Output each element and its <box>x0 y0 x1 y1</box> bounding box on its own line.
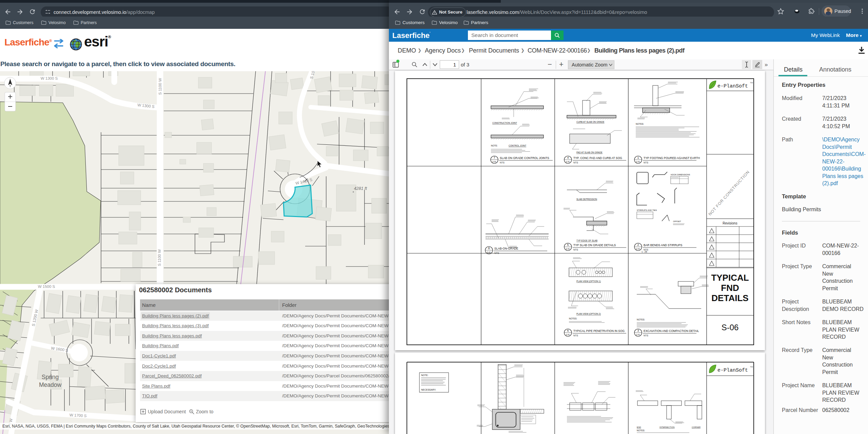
svg-text:S-06: S-06 <box>636 248 640 250</box>
svg-text:CONTROL JOINT: CONTROL JOINT <box>509 144 526 147</box>
svg-text:NTS: NTS <box>573 161 578 164</box>
svg-text:TYP SLAB ON GRADE DETAILS: TYP SLAB ON GRADE DETAILS <box>573 243 616 247</box>
svg-text:W 1500 S: W 1500 S <box>38 284 55 289</box>
svg-text:NTS: NTS <box>644 334 648 337</box>
svg-text:2: 2 <box>637 243 639 246</box>
svg-text:TYPICAL: TYPICAL <box>711 273 749 283</box>
svg-text:BAR BENDS AND STIRRUPS: BAR BENDS AND STIRRUPS <box>644 243 683 247</box>
svg-text:8: 8 <box>488 246 490 250</box>
svg-text:S-06: S-06 <box>566 248 570 250</box>
svg-text:1: 1 <box>637 156 639 159</box>
svg-text:NTS: NTS <box>644 161 648 164</box>
svg-text:EXCAVATION AND COMPACTION DETA: EXCAVATION AND COMPACTION DETAIL <box>644 329 699 333</box>
svg-text:TYP FOOTING POURED AGAINST EAR: TYP FOOTING POURED AGAINST EARTH <box>644 156 700 160</box>
svg-text:Spring: Spring <box>42 374 59 380</box>
svg-text:NTS: NTS <box>494 252 499 254</box>
svg-text:STIRRUPS AND TIES: STIRRUPS AND TIES <box>637 209 657 211</box>
svg-text:TYP. CONC PAD AND CURB AT SOG: TYP. CONC PAD AND CURB AT SOG <box>573 156 622 160</box>
svg-text:NOTES:: NOTES: <box>637 318 645 321</box>
svg-text:3: 3 <box>637 329 639 332</box>
svg-text:S-06: S-06 <box>636 334 640 336</box>
svg-text:S-06: S-06 <box>636 161 640 163</box>
svg-text:FND: FND <box>721 283 739 293</box>
svg-text:4281 ft: 4281 ft <box>354 186 367 191</box>
svg-text:CONSTRUCTION JOINT: CONSTRUCTION JOINT <box>492 122 517 124</box>
svg-text:OFFSET: OFFSET <box>673 220 681 222</box>
svg-text:6: 6 <box>567 329 569 332</box>
svg-text:NECESSARY.: NECESSARY. <box>421 389 436 391</box>
svg-text:NTS: NTS <box>573 334 578 337</box>
svg-text:NTS: NTS <box>573 249 578 251</box>
svg-text:PLAN VIEW (OPTION 2): PLAN VIEW (OPTION 2) <box>576 313 601 315</box>
svg-text:7: 7 <box>493 156 495 159</box>
svg-text:S 1100 W: S 1100 W <box>157 249 161 266</box>
svg-text:NOTES:: NOTES: <box>637 429 645 432</box>
svg-text:NTS: NTS <box>500 161 505 164</box>
svg-text:5: 5 <box>567 243 569 246</box>
svg-text:NOTES:: NOTES: <box>569 317 577 320</box>
svg-text:CORNER: CORNER <box>692 426 701 428</box>
svg-text:Meadow: Meadow <box>39 381 62 388</box>
svg-text:SLAB-ON-GRADE: SLAB-ON-GRADE <box>494 247 518 250</box>
svg-text:TYPICAL PIPE PENETRATION IN SO: TYPICAL PIPE PENETRATION IN SOG <box>573 329 625 333</box>
svg-text:S-06: S-06 <box>722 323 739 332</box>
svg-text:4: 4 <box>567 156 569 159</box>
svg-text:TYP EDGE OF SLAB: TYP EDGE OF SLAB <box>576 239 597 242</box>
svg-text:TM: TM <box>750 82 753 84</box>
svg-text:PAD AT SLAB ON GRADE: PAD AT SLAB ON GRADE <box>576 151 603 154</box>
svg-text:S-06: S-06 <box>566 334 570 336</box>
svg-text:SLAB DEPRESSION: SLAB DEPRESSION <box>576 198 597 200</box>
svg-text:TM: TM <box>750 366 753 368</box>
svg-text:NOTE:: NOTE: <box>491 144 498 147</box>
svg-text:e-PlanSoft: e-PlanSoft <box>717 368 748 373</box>
svg-text:END: END <box>637 426 641 428</box>
svg-text:S-06: S-06 <box>492 161 496 163</box>
svg-text:e-PlanSoft: e-PlanSoft <box>717 83 748 89</box>
svg-text:PLAN VIEW (OPTION 1): PLAN VIEW (OPTION 1) <box>576 280 601 283</box>
svg-text:1 : 25: 1 : 25 <box>642 251 647 253</box>
svg-text:NOTE:: NOTE: <box>421 374 428 376</box>
svg-text:INTERSECTION: INTERSECTION <box>659 426 675 428</box>
svg-text:HOOK DIMENSIONS: HOOK DIMENSIONS <box>671 174 690 176</box>
svg-text:CURB AT SLAB ON GRADE: CURB AT SLAB ON GRADE <box>576 121 605 123</box>
svg-text:S-06: S-06 <box>566 161 570 163</box>
svg-text:DETAILS: DETAILS <box>711 293 748 303</box>
svg-text:S 1100 W: S 1100 W <box>158 78 162 95</box>
svg-text:Revisions: Revisions <box>723 221 737 225</box>
svg-text:NOTES:: NOTES: <box>636 123 644 125</box>
svg-text:W 1300 S: W 1300 S <box>41 76 58 80</box>
svg-text:S-06: S-06 <box>487 251 491 253</box>
svg-text:SLAB ON GRADE CONTROL JOINTS: SLAB ON GRADE CONTROL JOINTS <box>500 156 549 160</box>
